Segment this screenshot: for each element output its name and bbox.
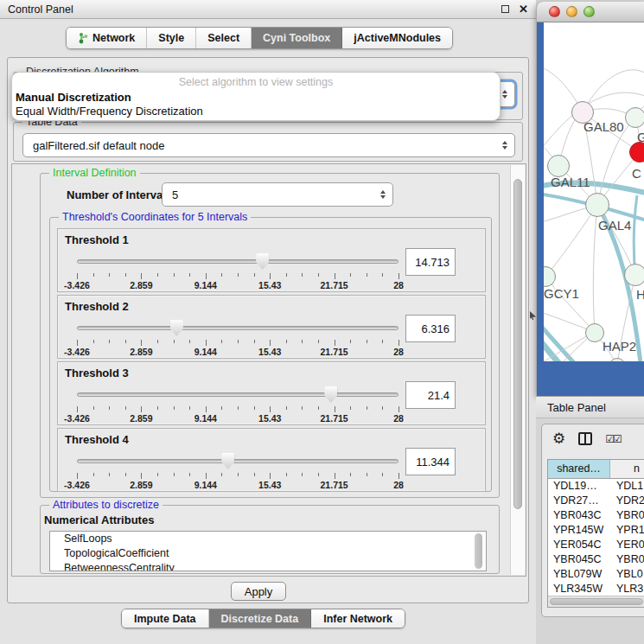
table-row[interactable]: YBL079WYBL0 bbox=[548, 567, 644, 582]
attribute-list-item[interactable]: TopologicalCoefficient bbox=[50, 546, 486, 561]
threshold-4-slider[interactable]: -3.4262.8599.14415.4321.71528 bbox=[77, 451, 399, 489]
dropdown-option-manual[interactable]: Manual Discretization bbox=[12, 91, 500, 105]
cell-name[interactable]: YDL1 bbox=[610, 479, 644, 494]
dropdown-option-equal-width[interactable]: Equal Width/Frequency Discretization bbox=[12, 105, 500, 118]
tab-impute-data[interactable]: Impute Data bbox=[122, 609, 209, 628]
cell-name[interactable]: YER0 bbox=[610, 538, 644, 552]
combobox-value: 5 bbox=[172, 188, 375, 201]
network-node-h[interactable] bbox=[624, 264, 644, 286]
tab-cyni-toolbox[interactable]: Cyni Toolbox bbox=[252, 28, 342, 48]
cell-shared-name[interactable]: YDL19… bbox=[548, 479, 610, 494]
tick-mark bbox=[302, 473, 303, 476]
column-header-shared-name[interactable]: shared… bbox=[548, 460, 610, 478]
number-of-intervals-combobox[interactable]: 5 bbox=[162, 182, 393, 207]
network-node-c[interactable] bbox=[629, 142, 644, 163]
slider-thumb[interactable] bbox=[324, 386, 337, 403]
tab-network[interactable]: Network bbox=[67, 28, 147, 48]
tick-mark bbox=[189, 340, 190, 343]
threshold-3-slider[interactable]: -3.4262.8599.14415.4321.71528 bbox=[77, 385, 399, 423]
tick-label: 21.715 bbox=[321, 347, 348, 357]
numerical-attributes-list[interactable]: SelfLoopsTopologicalCoefficientBetweenne… bbox=[49, 531, 487, 571]
tab-style[interactable]: Style bbox=[147, 28, 196, 48]
tick-mark bbox=[238, 273, 239, 277]
column-header-name[interactable]: n bbox=[610, 460, 644, 478]
cell-shared-name[interactable]: YBR043C bbox=[548, 508, 610, 523]
tick-mark bbox=[109, 473, 110, 476]
cell-shared-name[interactable]: YBR045C bbox=[548, 552, 610, 567]
threshold-label: Threshold 2 bbox=[65, 300, 129, 313]
table-horizontal-scrollbar[interactable] bbox=[548, 596, 644, 607]
settings-vertical-scrollbar[interactable] bbox=[510, 165, 525, 575]
threshold-1-slider[interactable]: -3.4262.8599.14415.4321.71528 bbox=[77, 252, 399, 290]
cell-name[interactable]: YBR0 bbox=[610, 552, 644, 567]
cell-name[interactable]: YPR1 bbox=[610, 523, 644, 538]
split-columns-icon[interactable] bbox=[578, 432, 592, 445]
table-data-combobox[interactable]: galFiltered.sif default node bbox=[22, 133, 515, 157]
table-row[interactable]: YPR145WYPR1 bbox=[548, 523, 644, 538]
tick-mark bbox=[335, 340, 335, 346]
tab-infer-network[interactable]: Infer Network bbox=[311, 609, 405, 628]
cell-shared-name[interactable]: YLR345W bbox=[548, 582, 610, 596]
network-window-titlebar[interactable] bbox=[537, 2, 644, 22]
scrollbar-thumb[interactable] bbox=[550, 598, 643, 605]
scrollbar-thumb[interactable] bbox=[513, 179, 522, 509]
numerical-attributes-label: Numerical Attributes bbox=[44, 513, 154, 526]
close-icon[interactable]: ✕ bbox=[519, 3, 528, 15]
table-row[interactable]: YER054CYER0 bbox=[548, 538, 644, 552]
zoom-traffic-light-icon[interactable] bbox=[583, 6, 595, 17]
tick-mark bbox=[189, 406, 190, 410]
threshold-3-value-field[interactable]: 21.4 bbox=[405, 381, 456, 409]
table-row[interactable]: YLR345WYLR3 bbox=[548, 582, 644, 596]
slider-thumb[interactable] bbox=[170, 320, 183, 336]
list-scrollbar[interactable] bbox=[475, 533, 484, 569]
gear-icon[interactable]: ⚙ bbox=[552, 431, 565, 446]
cell-shared-name[interactable]: YPR145W bbox=[548, 523, 610, 538]
attribute-list-item[interactable]: BetweennessCentrality bbox=[50, 561, 486, 571]
cell-name[interactable]: YBR0 bbox=[610, 508, 644, 523]
cell-shared-name[interactable]: YER054C bbox=[548, 538, 610, 552]
cell-name[interactable]: YDR2 bbox=[610, 494, 644, 508]
table-row[interactable]: YDR27…YDR2 bbox=[548, 494, 644, 508]
tab-jactivemnodules[interactable]: jActiveMNodules bbox=[342, 28, 452, 48]
tick-label: 9.144 bbox=[194, 280, 217, 290]
control-panel-titlebar: Control Panel ✕ bbox=[0, 0, 536, 19]
tab-label: Network bbox=[92, 32, 135, 44]
close-traffic-light-icon[interactable] bbox=[549, 6, 560, 17]
right-dock: GAL80GACGAL11GAL4GCY1HHAP2 Table Panel ⚙… bbox=[536, 0, 644, 644]
tick-mark bbox=[174, 473, 175, 476]
tab-discretize-data[interactable]: Discretize Data bbox=[209, 609, 312, 628]
table-panel: ⚙ ☑☑ shared… n YDL19…YDL1YDR27…YDR2YBR04… bbox=[541, 424, 644, 617]
minimize-traffic-light-icon[interactable] bbox=[566, 6, 577, 17]
cell-shared-name[interactable]: YDR27… bbox=[548, 494, 610, 508]
network-node-gal4[interactable] bbox=[585, 193, 609, 217]
tick-mark bbox=[318, 273, 319, 277]
tick-mark bbox=[125, 340, 126, 343]
slider-thumb[interactable] bbox=[221, 453, 234, 469]
threshold-2-value-field[interactable]: 6.316 bbox=[405, 315, 456, 342]
cell-name[interactable]: YBL0 bbox=[610, 567, 644, 582]
network-node-ga[interactable] bbox=[625, 107, 644, 128]
tick-mark bbox=[125, 473, 126, 476]
table-row[interactable]: YDL19…YDL1 bbox=[548, 479, 644, 494]
tick-mark bbox=[382, 406, 383, 410]
network-canvas[interactable]: GAL80GACGAL11GAL4GCY1HHAP2 bbox=[544, 22, 644, 361]
float-window-icon[interactable] bbox=[501, 5, 509, 13]
tick-label: -3.426 bbox=[64, 413, 90, 424]
attribute-list-item[interactable]: SelfLoops bbox=[50, 532, 486, 546]
slider-thumb[interactable] bbox=[256, 253, 269, 270]
tab-select[interactable]: Select bbox=[196, 28, 252, 48]
threshold-2-slider[interactable]: -3.4262.8599.14415.4321.71528 bbox=[77, 318, 399, 356]
threshold-4-value-field[interactable]: 11.344 bbox=[405, 448, 456, 475]
table-row[interactable]: YBR045CYBR0 bbox=[548, 552, 644, 567]
select-columns-icon[interactable]: ☑☑ bbox=[605, 434, 621, 444]
tick-label: 28 bbox=[393, 280, 404, 290]
tick-mark bbox=[157, 473, 158, 476]
threshold-1-value-field[interactable]: 14.713 bbox=[405, 248, 456, 276]
cell-name[interactable]: YLR3 bbox=[610, 582, 644, 596]
apply-button[interactable]: Apply bbox=[231, 582, 286, 601]
cell-shared-name[interactable]: YBL079W bbox=[548, 567, 610, 582]
tick-mark bbox=[174, 406, 175, 410]
table-row[interactable]: YBR043CYBR0 bbox=[548, 508, 644, 523]
threshold-label: Threshold 4 bbox=[65, 433, 129, 446]
network-node-hap2[interactable] bbox=[585, 323, 604, 342]
